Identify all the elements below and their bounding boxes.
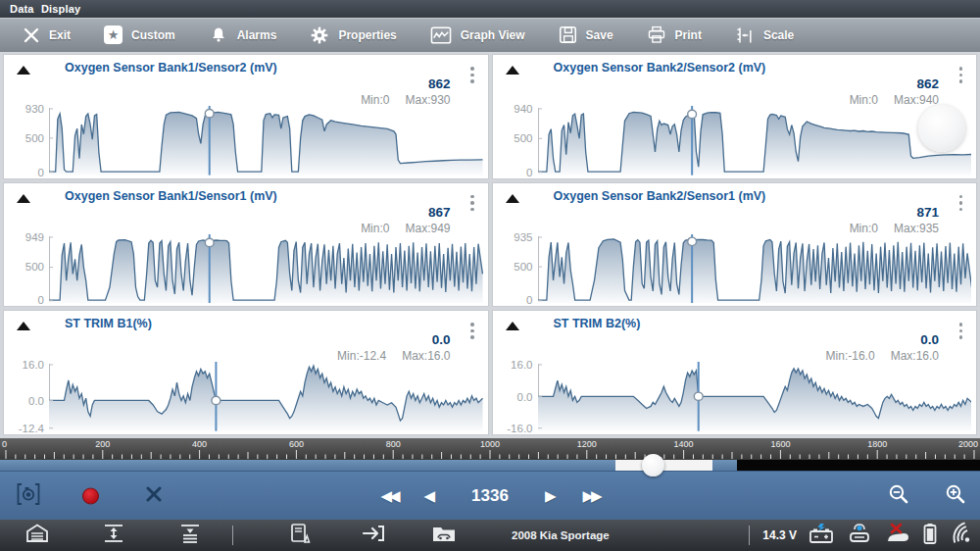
timeline-ruler[interactable]: 0200400600800100012001400160018002000 — [0, 438, 980, 460]
window-titlebar: Data Display — [0, 0, 980, 18]
print-button[interactable]: Print — [630, 18, 718, 52]
zoom-in-icon[interactable] — [945, 483, 966, 509]
panel-menu-icon[interactable] — [957, 65, 965, 85]
svg-text:800: 800 — [386, 439, 401, 449]
next-frame-icon[interactable]: ▶ — [545, 488, 557, 503]
visible-window-segment[interactable] — [615, 460, 712, 471]
scale-icon — [735, 25, 755, 45]
collapse-triangle[interactable] — [17, 194, 30, 203]
panel-menu-icon[interactable] — [957, 193, 965, 214]
waveform-plot[interactable] — [49, 362, 483, 431]
panel-title: ST TRIM B2(%) — [554, 317, 641, 330]
gear-icon — [310, 25, 329, 45]
home-icon[interactable] — [25, 523, 49, 548]
data-logging-icon[interactable] — [288, 523, 312, 548]
statusbar-divider-right — [749, 526, 750, 545]
max-value: Max:16.0 — [402, 349, 450, 363]
svg-text:200: 200 — [95, 439, 110, 449]
svg-text:1600: 1600 — [770, 439, 790, 449]
vehicle-battery-icon — [808, 522, 835, 549]
panel-st-trim-b1: ST TRIM B1(%)0.0Min:-12.4Max:16.016.00.0… — [3, 310, 489, 435]
vehicle-name: 2008 Kia Sportage — [512, 529, 610, 541]
current-value: 0.0 — [432, 332, 451, 347]
page-title: Data Display — [10, 3, 80, 15]
exit-button[interactable]: Exit — [6, 18, 87, 52]
save-icon — [559, 25, 577, 44]
collapse-triangle[interactable] — [506, 194, 519, 203]
svg-text:1400: 1400 — [674, 439, 694, 449]
panel-menu-icon[interactable] — [957, 321, 965, 341]
collapse-triangle[interactable] — [17, 322, 30, 330]
panel-title: Oxygen Sensor Bank1/Sensor2 (mV) — [65, 61, 277, 75]
clear-close-icon[interactable] — [145, 485, 163, 507]
zoom-controls — [888, 472, 966, 520]
panel-menu-icon[interactable] — [468, 193, 476, 214]
vehicle-data-folder-icon[interactable] — [431, 523, 457, 548]
bell-icon — [209, 25, 228, 45]
current-value: 867 — [428, 205, 451, 220]
min-value: Min:0 — [361, 222, 389, 235]
timeline-scrollbar[interactable] — [0, 460, 980, 471]
min-value: Min:0 — [850, 93, 878, 107]
playback-controlbar: ◀◀ ◀ 1336 ▶ ▶▶ — [0, 471, 980, 520]
ruler-ticks: 0200400600800100012001400160018002000 — [0, 438, 980, 460]
vehicle-disconnected-icon — [884, 522, 911, 549]
y-axis: 9495000 — [4, 234, 47, 304]
custom-button[interactable]: ★ Custom — [87, 18, 192, 52]
y-axis: 9355000 — [493, 234, 536, 304]
collapse-triangle[interactable] — [506, 322, 519, 330]
fast-forward-icon[interactable]: ▶▶ — [583, 488, 600, 503]
waveform-plot[interactable] — [49, 106, 483, 175]
graph-view-button[interactable]: Graph View — [414, 18, 542, 52]
previous-frame-icon[interactable]: ◀ — [423, 488, 435, 503]
save-button[interactable]: Save — [542, 18, 630, 52]
panel-o2-b2s2: Oxygen Sensor Bank2/Sensor2 (mV)862Min:0… — [492, 54, 978, 179]
panel-title: Oxygen Sensor Bank1/Sensor1 (mV) — [65, 189, 277, 203]
svg-text:600: 600 — [289, 439, 304, 449]
panel-title: Oxygen Sensor Bank2/Sensor1 (mV) — [554, 189, 766, 203]
panel-title: Oxygen Sensor Bank2/Sensor2 (mV) — [554, 61, 766, 75]
chart-grid: Oxygen Sensor Bank1/Sensor2 (mV)862Min:0… — [0, 52, 980, 438]
max-value: Max:930 — [405, 93, 450, 107]
current-value: 871 — [916, 205, 939, 220]
record-icon[interactable] — [82, 487, 99, 504]
rewind-icon[interactable]: ◀◀ — [380, 488, 397, 503]
svg-text:1200: 1200 — [577, 439, 597, 449]
floating-ball-button[interactable] — [918, 105, 965, 152]
waveform-plot[interactable] — [538, 362, 972, 431]
min-value: Min:-12.4 — [337, 349, 386, 363]
panel-menu-icon[interactable] — [468, 65, 476, 85]
collapse-rows-icon[interactable] — [178, 523, 202, 548]
expand-rows-icon[interactable] — [102, 523, 125, 548]
svg-text:0: 0 — [2, 439, 7, 449]
collapse-triangle[interactable] — [506, 66, 519, 75]
panel-menu-icon[interactable] — [468, 321, 476, 341]
wifi-icon — [949, 522, 974, 549]
current-value: 862 — [916, 76, 939, 91]
properties-button[interactable]: Properties — [293, 18, 413, 52]
battery-voltage-value: 14.3 V — [762, 528, 797, 542]
collapse-triangle[interactable] — [17, 66, 30, 75]
panel-o2-b1s1: Oxygen Sensor Bank1/Sensor1 (mV)867Min:0… — [3, 182, 489, 308]
waveform-plot[interactable] — [538, 106, 972, 175]
statusbar-divider — [232, 526, 233, 545]
scale-button[interactable]: Scale — [718, 18, 810, 52]
panel-o2-b2s1: Oxygen Sensor Bank2/Sensor1 (mV)871Min:0… — [492, 182, 978, 308]
vci-connection-icon — [846, 522, 873, 549]
min-value: Min:0 — [361, 93, 389, 107]
waveform-plot[interactable] — [538, 234, 972, 304]
y-axis: 16.00.0-16.0 — [493, 362, 536, 431]
timeline-knob[interactable] — [642, 454, 664, 476]
waveform-plot[interactable] — [49, 234, 483, 304]
enter-vehicle-icon[interactable] — [361, 523, 386, 548]
zoom-out-icon[interactable] — [888, 483, 909, 509]
screenshot-camera-icon[interactable] — [16, 481, 41, 511]
svg-text:1800: 1800 — [867, 439, 887, 449]
toolbar: Exit ★ Custom Alarms Properties Graph Vi… — [0, 18, 980, 52]
y-axis: 16.00.0-12.4 — [4, 362, 47, 431]
y-axis: 9305000 — [4, 106, 47, 175]
svg-text:1000: 1000 — [480, 439, 500, 449]
alarms-button[interactable]: Alarms — [192, 18, 294, 52]
svg-text:2000: 2000 — [958, 439, 978, 449]
svg-text:400: 400 — [192, 439, 207, 449]
